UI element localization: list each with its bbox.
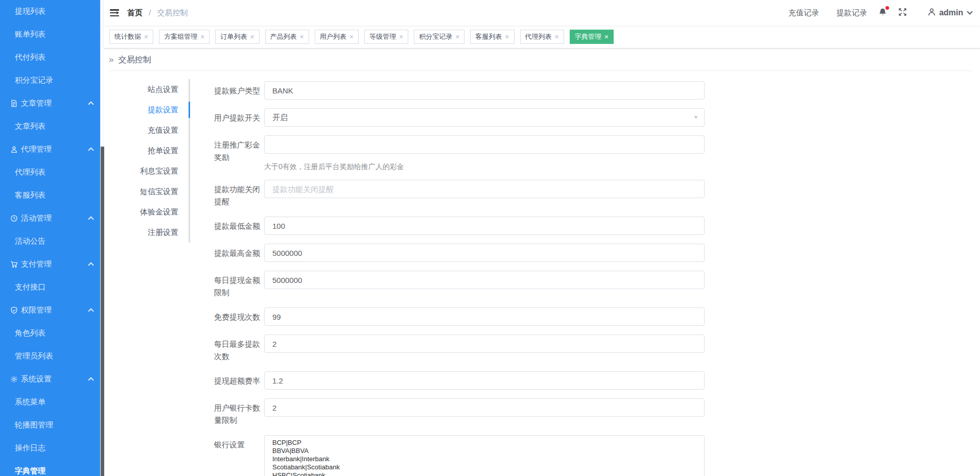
settings-subnav: 站点设置提款设置充值设置抢单设置利息宝设置短信宝设置体验金设置注册设置 [109,79,190,243]
sidebar-item[interactable]: 支付接口 [0,276,100,299]
tab-产品列表[interactable]: 产品列表× [265,30,309,44]
sidebar-item[interactable]: 积分宝记录 [0,69,100,92]
sidebar-item[interactable]: 文章列表 [0,115,100,138]
text-input[interactable] [264,180,705,198]
top-navbar: 首页 / 交易控制 充值记录 提款记录 admin [104,0,980,26]
tab-等级管理[interactable]: 等级管理× [364,30,408,44]
close-icon[interactable]: × [250,33,254,40]
subnav-item[interactable]: 注册设置 [109,222,189,243]
text-input[interactable] [264,135,705,154]
close-icon[interactable]: × [505,33,509,40]
form-label: 每日提现金额限制 [214,271,264,299]
tab-用户列表[interactable]: 用户列表× [315,30,359,44]
text-input[interactable] [264,271,705,289]
tab-积分宝记录[interactable]: 积分宝记录× [414,30,464,44]
sidebar-item[interactable]: 账单列表 [0,23,100,46]
text-input[interactable] [264,244,705,262]
sidebar-section[interactable]: 支付管理 [0,253,100,276]
sidebar-item[interactable]: 提现列表 [0,0,100,23]
tab-代理列表[interactable]: 代理列表× [520,30,564,44]
sidebar-section[interactable]: 文章管理 [0,92,100,115]
form-field: 大于0有效，注册后平台奖励给推广人的彩金 [264,135,705,171]
sidebar-item[interactable]: 轮播图管理 [0,414,100,437]
breadcrumb-home[interactable]: 首页 [127,8,143,17]
withdraw-records-link[interactable]: 提款记录 [836,8,867,18]
text-input[interactable] [264,81,705,100]
sidebar-section[interactable]: 活动管理 [0,207,100,230]
sidebar-item[interactable]: 客服列表 [0,184,100,207]
tab-label: 产品列表 [270,32,297,41]
subnav-item[interactable]: 站点设置 [109,79,189,100]
document-icon [10,100,18,107]
tab-统计数据[interactable]: 统计数据× [109,30,153,44]
text-input[interactable] [264,307,705,326]
navbar-actions: 充值记录 提款记录 admin [788,8,972,18]
text-input[interactable] [264,217,705,235]
select-input[interactable] [264,108,705,127]
sidebar-item[interactable]: 代付列表 [0,46,100,69]
close-icon[interactable]: × [455,33,459,40]
sidebar-scrollbar[interactable] [100,0,104,476]
breadcrumb-separator: / [149,8,151,17]
close-icon[interactable]: × [555,33,559,40]
chevron-up-icon [88,147,94,153]
subnav-item[interactable]: 利息宝设置 [109,161,189,181]
gear-icon [10,375,18,383]
chevron-up-icon [88,377,94,383]
notification-button[interactable] [878,8,887,18]
form-row: 用户提款开关▼ [214,108,705,127]
subnav-item[interactable]: 提款设置 [109,100,189,120]
form-field [264,307,705,326]
tab-label: 统计数据 [114,32,141,41]
form-label: 免费提现次数 [214,307,264,326]
sidebar-item[interactable]: 字典管理 [0,460,100,476]
text-input[interactable] [264,371,705,390]
text-input[interactable] [264,335,705,353]
tab-订单列表[interactable]: 订单列表× [215,30,259,44]
sidebar-item-label: 支付接口 [15,282,45,292]
form-row: 每日提现金额限制 [214,271,705,299]
sidebar-item[interactable]: 角色列表 [0,322,100,345]
subnav-item[interactable]: 抢单设置 [109,140,189,161]
sidebar-section[interactable]: 系统设置 [0,368,100,391]
chevron-up-icon [88,308,94,314]
tab-字典管理[interactable]: 字典管理× [570,30,614,44]
close-icon[interactable]: × [349,33,354,40]
tab-客服列表[interactable]: 客服列表× [470,30,514,44]
sidebar-item[interactable]: 管理员列表 [0,345,100,368]
recharge-records-link[interactable]: 充值记录 [788,8,819,18]
bank-settings-textarea[interactable] [264,435,705,476]
field-help-text: 大于0有效，注册后平台奖励给推广人的彩金 [264,162,705,171]
form-row: 每日最多提款次数 [214,335,705,363]
close-icon[interactable]: × [200,33,204,40]
subnav-item[interactable]: 体验金设置 [109,202,189,222]
fullscreen-icon [898,8,907,18]
close-icon[interactable]: × [604,33,609,40]
sidebar-item[interactable]: 操作日志 [0,437,100,460]
form-label: 提款最低金额 [214,217,264,235]
form-field: ▼ [264,108,705,127]
subnav-item[interactable]: 充值设置 [109,120,189,140]
form-row: 注册推广彩金奖励大于0有效，注册后平台奖励给推广人的彩金 [214,135,705,171]
sidebar-item-label: 角色列表 [15,328,45,338]
form-row: 免费提现次数 [214,307,705,326]
tab-方案组管理[interactable]: 方案组管理× [159,30,209,44]
sidebar-section[interactable]: 代理管理 [0,138,100,161]
fullscreen-button[interactable] [898,8,907,18]
form-label: 注册推广彩金奖励 [214,135,264,171]
close-icon[interactable]: × [300,33,304,40]
sidebar-scrollbar-thumb[interactable] [101,147,104,476]
sidebar-item[interactable]: 活动公告 [0,230,100,253]
hamburger-icon[interactable] [110,9,119,16]
close-icon[interactable]: × [399,33,403,40]
sidebar-item-label: 提现列表 [15,7,45,16]
close-icon[interactable]: × [144,33,148,40]
subnav-item[interactable]: 短信宝设置 [109,181,189,202]
sidebar-item[interactable]: 系统菜单 [0,391,100,414]
user-menu[interactable]: admin [927,8,972,18]
text-input[interactable] [264,398,705,417]
sidebar-item[interactable]: 代理列表 [0,161,100,184]
form-row: 提款最低金额 [214,217,705,235]
sidebar-section[interactable]: 权限管理 [0,299,100,322]
form-row: 银行设置 [214,435,705,476]
